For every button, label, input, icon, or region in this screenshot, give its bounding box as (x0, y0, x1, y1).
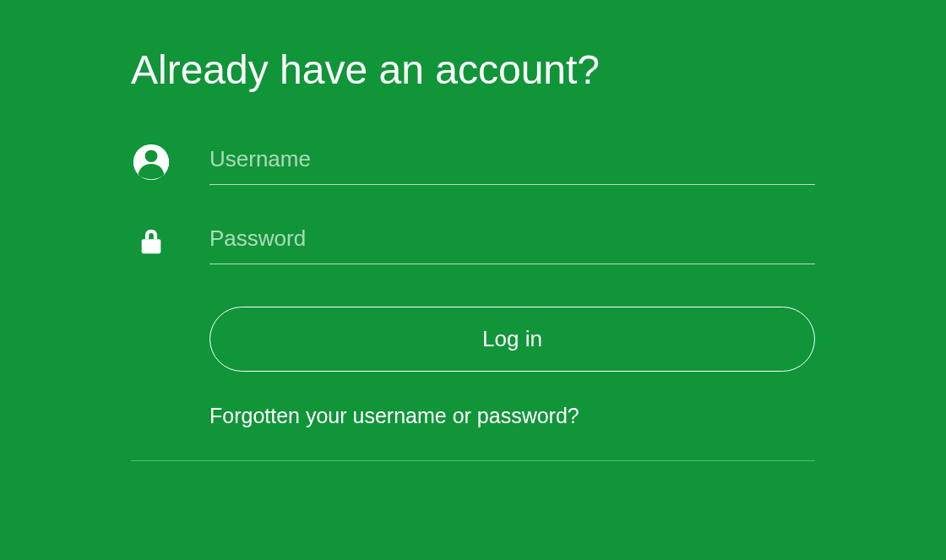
password-row (131, 219, 815, 264)
password-input[interactable] (209, 219, 815, 264)
username-input[interactable] (209, 139, 815, 185)
svg-point-2 (145, 150, 156, 161)
login-panel: Already have an account? Log in Forgotte… (0, 0, 946, 461)
login-button[interactable]: Log in (209, 307, 815, 372)
username-row (131, 139, 815, 185)
forgot-password-link[interactable]: Forgotten your username or password? (209, 404, 579, 428)
svg-rect-3 (142, 239, 161, 253)
login-heading: Already have an account? (131, 46, 815, 93)
user-icon (131, 142, 171, 182)
lock-icon (131, 221, 171, 262)
section-divider (131, 460, 815, 461)
actions-area: Log in Forgotten your username or passwo… (209, 298, 815, 460)
